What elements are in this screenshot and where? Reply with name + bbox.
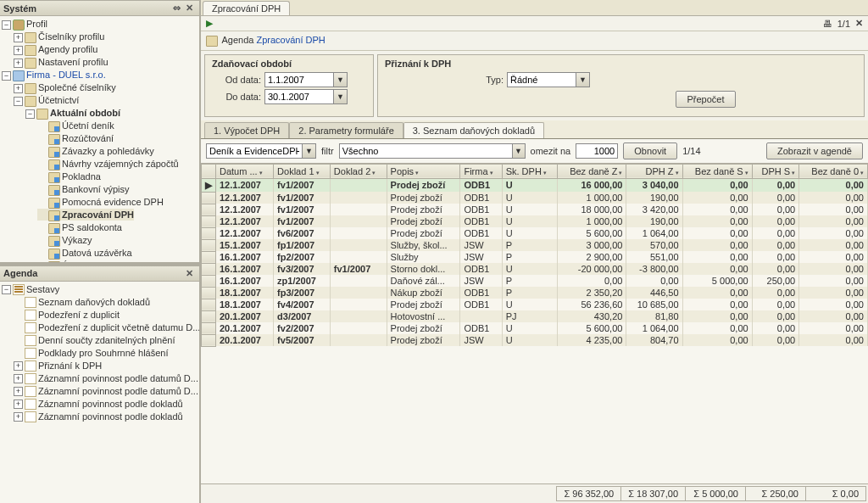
expand-icon[interactable]: + — [14, 400, 23, 409]
system-tree[interactable]: −Profil +Číselníky profilu+Agendy profil… — [0, 16, 200, 262]
agenda-tree[interactable]: −Sestavy Seznam daňových dokladůPodezřen… — [0, 282, 200, 503]
expand-icon[interactable]: + — [14, 59, 23, 68]
table-row[interactable]: 12.1.2007fv1/2007 Prodej zbožíODB1U 18 0… — [202, 204, 868, 215]
table-row[interactable]: 12.1.2007fv6/2007 Prodej zbožíODB1U 5 60… — [202, 227, 868, 239]
table-row[interactable]: 20.1.2007fv2/2007 Prodej zbožíODB1U 5 60… — [202, 322, 868, 334]
column-header[interactable]: Bez daně Z▾ — [558, 164, 626, 178]
table-row[interactable]: 15.1.2007fp1/2007 Služby, škol...JSWP 3 … — [202, 239, 868, 251]
close-icon[interactable]: ✕ — [186, 3, 196, 14]
collapse-icon[interactable]: − — [25, 109, 35, 119]
tree-item[interactable]: Zpracování DPH — [62, 210, 134, 220]
type-input[interactable] — [508, 73, 576, 87]
tree-item[interactable]: Záznamní povinnost podle datumů D... — [38, 386, 198, 396]
column-header[interactable]: Sk. DPH▾ — [502, 164, 557, 178]
tree-item[interactable]: Podezření z duplicit včetně datumu D... — [38, 322, 200, 333]
node-spolcis[interactable]: Společné číselníky — [38, 82, 116, 92]
column-header[interactable]: Bez daně S▾ — [682, 164, 752, 178]
table-row[interactable]: 20.1.2007fv5/2007 Prodej zbožíJSWU 4 235… — [202, 334, 868, 346]
crumb-link[interactable]: Zpracování DPH — [256, 35, 325, 45]
tree-item[interactable]: Účetní deník — [62, 120, 114, 131]
node-firma[interactable]: Firma - DUEL s.r.o. — [26, 70, 106, 80]
column-header[interactable]: Bez daně 0▾ — [799, 164, 868, 178]
expand-icon[interactable]: + — [14, 33, 23, 42]
close-icon[interactable]: ✕ — [855, 18, 863, 29]
source-select[interactable]: ▼ — [206, 143, 316, 159]
table-row[interactable]: 18.1.2007fv4/2007 Prodej zbožíODB1U 56 2… — [202, 299, 868, 310]
tree-item[interactable]: Záznamní povinnost podle dokladů — [38, 399, 183, 409]
node-sestavy[interactable]: Sestavy — [26, 284, 59, 294]
tree-item[interactable]: Nastavení profilu — [38, 57, 108, 67]
tree-item[interactable]: Návrhy vzájemných zápočtů — [62, 159, 179, 169]
table-row[interactable]: 20.1.2007d3/2007 Hotovostní ...PJ 430,20… — [202, 310, 868, 322]
subtab[interactable]: 3. Seznam daňových dokladů — [403, 122, 544, 138]
tree-item[interactable]: Bankovní výpisy — [62, 184, 129, 194]
column-header[interactable]: DPH Z▾ — [626, 164, 682, 178]
subtab[interactable]: 1. Výpočet DPH — [204, 122, 289, 138]
table-row[interactable]: ▶ 12.1.2007fv1/2007 Prodej zbožíODB1U 16… — [202, 178, 868, 192]
expand-icon[interactable]: + — [14, 412, 23, 422]
refresh-button[interactable]: Obnovit — [623, 143, 677, 159]
dropdown-icon[interactable]: ▼ — [512, 144, 525, 158]
column-header[interactable]: Datum ...▾ — [216, 164, 274, 178]
filter-select[interactable]: ▼ — [339, 143, 526, 159]
expand-icon[interactable]: + — [14, 46, 23, 55]
expand-icon[interactable]: + — [14, 84, 23, 93]
table-row[interactable]: 12.1.2007fv1/2007 Prodej zbožíODB1U 1 00… — [202, 192, 868, 204]
tree-item[interactable]: Přiznání k DPH — [38, 360, 102, 371]
expand-icon[interactable]: + — [14, 387, 23, 396]
dropdown-icon[interactable]: ▼ — [333, 90, 347, 103]
tree-item[interactable]: Záznamní povinnost podle datumů D... — [38, 373, 198, 383]
tree-item[interactable]: Rozúčtování — [62, 133, 114, 143]
date-to-input[interactable] — [265, 90, 333, 103]
source-input[interactable] — [207, 144, 302, 158]
tree-item[interactable]: Pomocná evidence DPH — [62, 197, 164, 207]
type-select[interactable]: ▼ — [507, 72, 590, 87]
tree-item[interactable]: Seznam daňových dokladů — [38, 297, 150, 307]
collapse-icon[interactable]: − — [2, 20, 11, 30]
node-profil[interactable]: Profil — [26, 19, 47, 29]
dropdown-icon[interactable]: ▼ — [576, 73, 589, 87]
tree-item[interactable]: Pokladna — [62, 171, 101, 182]
tree-item[interactable]: Číselníky profilu — [38, 31, 104, 42]
recalc-button[interactable]: Přepočet — [676, 91, 735, 108]
collapse-icon[interactable]: − — [2, 71, 11, 81]
close-icon[interactable]: ✕ — [186, 268, 196, 279]
table-row[interactable]: 16.1.2007zp1/2007 Daňové zál...JSWP 0,00… — [202, 275, 868, 287]
tree-item[interactable]: PS saldokonta — [62, 222, 122, 232]
collapse-icon[interactable]: − — [2, 285, 11, 294]
date-from[interactable]: ▼ — [264, 72, 348, 87]
column-header[interactable]: Firma▾ — [460, 164, 502, 178]
pin-icon[interactable]: ⇔ — [173, 3, 183, 14]
filter-input[interactable] — [340, 144, 512, 158]
tree-item[interactable]: Podezření z duplicit — [38, 310, 120, 320]
table-row[interactable]: 16.1.2007fp2/2007 SlužbyJSWP 2 900,00551… — [202, 251, 868, 263]
column-header[interactable]: Doklad 2▾ — [330, 164, 387, 178]
table-row[interactable]: 18.1.2007fp3/2007 Nákup zbožíODB1P 2 350… — [202, 287, 868, 299]
table-row[interactable]: 12.1.2007fv1/2007 Prodej zbožíODB1U 1 00… — [202, 215, 868, 227]
tree-item[interactable]: Záznamní povinnost podle dokladů — [38, 411, 183, 422]
node-ucetnictvi[interactable]: Účetnictví — [38, 95, 79, 105]
tree-item[interactable]: Výkazy — [62, 235, 92, 245]
expand-icon[interactable]: + — [14, 361, 23, 371]
subtab[interactable]: 2. Parametry formuláře — [289, 122, 403, 138]
expand-icon[interactable]: + — [14, 374, 23, 383]
tab-main[interactable]: Zpracování DPH — [203, 1, 290, 15]
tree-item[interactable]: Závazky a pohledávky — [62, 146, 154, 156]
collapse-icon[interactable]: − — [14, 97, 23, 106]
column-header[interactable]: DPH S▾ — [752, 164, 799, 178]
table-row[interactable]: 16.1.2007fv3/2007fv1/2007 Storno dokl...… — [202, 263, 868, 275]
date-to[interactable]: ▼ — [264, 89, 348, 104]
data-grid[interactable]: Datum ...▾Doklad 1▾Doklad 2▾Popis▾Firma▾… — [201, 164, 868, 483]
nav-play-icon[interactable]: ▶ — [206, 18, 213, 29]
show-in-agenda-button[interactable]: Zobrazit v agendě — [766, 143, 863, 159]
dropdown-icon[interactable]: ▼ — [302, 144, 315, 158]
node-aktobd[interactable]: Aktuální období — [50, 108, 120, 118]
tree-item[interactable]: Denní součty zdanitelných plnění — [38, 335, 175, 345]
tree-item[interactable]: Podklady pro Souhrnné hlášení — [38, 348, 169, 358]
print-icon[interactable]: 🖶 — [823, 19, 832, 29]
dropdown-icon[interactable]: ▼ — [333, 73, 347, 87]
tree-item[interactable]: Datová uzávěrka — [62, 248, 132, 258]
date-from-input[interactable] — [265, 73, 333, 87]
limit-input[interactable] — [576, 143, 618, 159]
column-header[interactable]: Doklad 1▾ — [274, 164, 331, 178]
